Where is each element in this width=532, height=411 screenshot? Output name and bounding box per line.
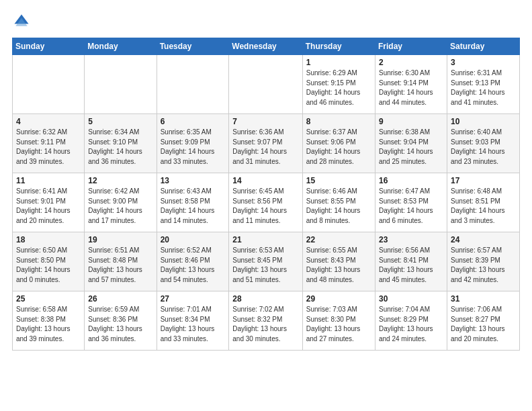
day-info: Sunrise: 6:43 AM Sunset: 8:58 PM Dayligh… <box>161 187 226 226</box>
day-number: 29 <box>306 294 371 304</box>
page: SundayMondayTuesdayWednesdayThursdayFrid… <box>0 0 532 411</box>
calendar-cell: 24Sunrise: 6:57 AM Sunset: 8:39 PM Dayli… <box>447 232 519 291</box>
calendar-weekday-thursday: Thursday <box>302 38 375 55</box>
logo <box>12 12 34 31</box>
calendar-cell: 18Sunrise: 6:50 AM Sunset: 8:50 PM Dayli… <box>13 232 85 291</box>
calendar-weekday-monday: Monday <box>85 38 157 55</box>
calendar-week-row: 25Sunrise: 6:58 AM Sunset: 8:38 PM Dayli… <box>13 291 520 351</box>
calendar-cell: 16Sunrise: 6:47 AM Sunset: 8:53 PM Dayli… <box>375 173 447 232</box>
day-info: Sunrise: 6:51 AM Sunset: 8:48 PM Dayligh… <box>88 246 152 285</box>
day-info: Sunrise: 6:37 AM Sunset: 9:06 PM Dayligh… <box>306 128 371 167</box>
calendar-cell <box>229 55 302 114</box>
day-number: 22 <box>306 235 371 244</box>
day-number: 24 <box>451 235 516 244</box>
calendar-cell: 12Sunrise: 6:42 AM Sunset: 9:00 PM Dayli… <box>85 173 157 232</box>
day-info: Sunrise: 7:04 AM Sunset: 8:29 PM Dayligh… <box>379 305 443 344</box>
day-info: Sunrise: 6:38 AM Sunset: 9:04 PM Dayligh… <box>379 128 443 167</box>
calendar-cell: 3Sunrise: 6:31 AM Sunset: 9:13 PM Daylig… <box>447 55 519 114</box>
calendar-cell: 20Sunrise: 6:52 AM Sunset: 8:46 PM Dayli… <box>157 232 229 291</box>
calendar-cell: 7Sunrise: 6:36 AM Sunset: 9:07 PM Daylig… <box>229 114 302 173</box>
day-number: 13 <box>161 176 226 185</box>
calendar-cell: 13Sunrise: 6:43 AM Sunset: 8:58 PM Dayli… <box>157 173 229 232</box>
day-info: Sunrise: 6:45 AM Sunset: 8:56 PM Dayligh… <box>232 187 298 226</box>
day-info: Sunrise: 6:42 AM Sunset: 9:00 PM Dayligh… <box>88 187 152 226</box>
calendar-cell: 26Sunrise: 6:59 AM Sunset: 8:36 PM Dayli… <box>85 291 157 351</box>
day-number: 17 <box>451 176 516 185</box>
calendar-cell: 21Sunrise: 6:53 AM Sunset: 8:45 PM Dayli… <box>229 232 302 291</box>
day-info: Sunrise: 6:55 AM Sunset: 8:43 PM Dayligh… <box>306 246 371 285</box>
day-number: 14 <box>232 176 298 185</box>
day-number: 19 <box>88 235 152 244</box>
day-number: 11 <box>16 176 81 185</box>
day-number: 30 <box>379 294 443 304</box>
day-number: 26 <box>88 294 152 304</box>
day-info: Sunrise: 7:01 AM Sunset: 8:34 PM Dayligh… <box>161 305 226 344</box>
calendar-cell: 17Sunrise: 6:48 AM Sunset: 8:51 PM Dayli… <box>447 173 519 232</box>
day-info: Sunrise: 7:02 AM Sunset: 8:32 PM Dayligh… <box>232 305 298 344</box>
day-number: 8 <box>306 117 371 126</box>
calendar-cell: 29Sunrise: 7:03 AM Sunset: 8:30 PM Dayli… <box>302 291 375 351</box>
day-info: Sunrise: 7:06 AM Sunset: 8:27 PM Dayligh… <box>451 305 516 344</box>
logo-icon <box>12 12 31 31</box>
calendar-cell: 14Sunrise: 6:45 AM Sunset: 8:56 PM Dayli… <box>229 173 302 232</box>
calendar-cell: 15Sunrise: 6:46 AM Sunset: 8:55 PM Dayli… <box>302 173 375 232</box>
day-number: 31 <box>451 294 516 304</box>
calendar-week-row: 11Sunrise: 6:41 AM Sunset: 9:01 PM Dayli… <box>13 173 520 232</box>
calendar-cell: 6Sunrise: 6:35 AM Sunset: 9:09 PM Daylig… <box>157 114 229 173</box>
calendar-cell: 1Sunrise: 6:29 AM Sunset: 9:15 PM Daylig… <box>302 55 375 114</box>
calendar-cell: 23Sunrise: 6:56 AM Sunset: 8:41 PM Dayli… <box>375 232 447 291</box>
calendar-cell <box>13 55 85 114</box>
calendar-weekday-saturday: Saturday <box>447 38 519 55</box>
day-number: 28 <box>232 294 298 304</box>
day-info: Sunrise: 6:46 AM Sunset: 8:55 PM Dayligh… <box>306 187 371 226</box>
day-info: Sunrise: 6:59 AM Sunset: 8:36 PM Dayligh… <box>88 305 152 344</box>
calendar-weekday-friday: Friday <box>375 38 447 55</box>
day-info: Sunrise: 6:57 AM Sunset: 8:39 PM Dayligh… <box>451 246 516 285</box>
calendar-weekday-tuesday: Tuesday <box>157 38 229 55</box>
day-info: Sunrise: 6:56 AM Sunset: 8:41 PM Dayligh… <box>379 246 443 285</box>
day-info: Sunrise: 6:50 AM Sunset: 8:50 PM Dayligh… <box>16 246 81 285</box>
calendar-weekday-sunday: Sunday <box>13 38 85 55</box>
day-info: Sunrise: 6:48 AM Sunset: 8:51 PM Dayligh… <box>451 187 516 226</box>
day-number: 16 <box>379 176 443 185</box>
day-info: Sunrise: 6:52 AM Sunset: 8:46 PM Dayligh… <box>161 246 226 285</box>
calendar-header-row: SundayMondayTuesdayWednesdayThursdayFrid… <box>13 38 520 55</box>
calendar-cell: 11Sunrise: 6:41 AM Sunset: 9:01 PM Dayli… <box>13 173 85 232</box>
calendar-cell: 22Sunrise: 6:55 AM Sunset: 8:43 PM Dayli… <box>302 232 375 291</box>
day-number: 1 <box>306 58 371 67</box>
day-number: 23 <box>379 235 443 244</box>
day-number: 5 <box>88 117 152 126</box>
calendar-cell: 31Sunrise: 7:06 AM Sunset: 8:27 PM Dayli… <box>447 291 519 351</box>
day-number: 7 <box>232 117 298 126</box>
calendar-week-row: 4Sunrise: 6:32 AM Sunset: 9:11 PM Daylig… <box>13 114 520 173</box>
calendar-cell <box>85 55 157 114</box>
calendar-weekday-wednesday: Wednesday <box>229 38 302 55</box>
day-info: Sunrise: 6:29 AM Sunset: 9:15 PM Dayligh… <box>306 68 371 107</box>
calendar-table: SundayMondayTuesdayWednesdayThursdayFrid… <box>12 38 520 351</box>
header <box>12 12 520 31</box>
calendar-cell: 10Sunrise: 6:40 AM Sunset: 9:03 PM Dayli… <box>447 114 519 173</box>
calendar-week-row: 18Sunrise: 6:50 AM Sunset: 8:50 PM Dayli… <box>13 232 520 291</box>
calendar-cell: 9Sunrise: 6:38 AM Sunset: 9:04 PM Daylig… <box>375 114 447 173</box>
day-info: Sunrise: 6:41 AM Sunset: 9:01 PM Dayligh… <box>16 187 81 226</box>
day-info: Sunrise: 6:53 AM Sunset: 8:45 PM Dayligh… <box>232 246 298 285</box>
day-info: Sunrise: 6:31 AM Sunset: 9:13 PM Dayligh… <box>451 68 516 107</box>
calendar-cell: 28Sunrise: 7:02 AM Sunset: 8:32 PM Dayli… <box>229 291 302 351</box>
day-number: 25 <box>16 294 81 304</box>
calendar-cell: 27Sunrise: 7:01 AM Sunset: 8:34 PM Dayli… <box>157 291 229 351</box>
day-number: 12 <box>88 176 152 185</box>
day-info: Sunrise: 6:36 AM Sunset: 9:07 PM Dayligh… <box>232 128 298 167</box>
calendar-cell: 2Sunrise: 6:30 AM Sunset: 9:14 PM Daylig… <box>375 55 447 114</box>
calendar-week-row: 1Sunrise: 6:29 AM Sunset: 9:15 PM Daylig… <box>13 55 520 114</box>
day-info: Sunrise: 6:35 AM Sunset: 9:09 PM Dayligh… <box>161 128 226 167</box>
day-info: Sunrise: 6:32 AM Sunset: 9:11 PM Dayligh… <box>16 128 81 167</box>
calendar-cell: 8Sunrise: 6:37 AM Sunset: 9:06 PM Daylig… <box>302 114 375 173</box>
calendar-cell: 25Sunrise: 6:58 AM Sunset: 8:38 PM Dayli… <box>13 291 85 351</box>
day-number: 20 <box>161 235 226 244</box>
calendar-cell <box>157 55 229 114</box>
day-number: 3 <box>451 58 516 67</box>
calendar-cell: 19Sunrise: 6:51 AM Sunset: 8:48 PM Dayli… <box>85 232 157 291</box>
day-number: 6 <box>161 117 226 126</box>
day-info: Sunrise: 6:58 AM Sunset: 8:38 PM Dayligh… <box>16 305 81 344</box>
day-number: 27 <box>161 294 226 304</box>
